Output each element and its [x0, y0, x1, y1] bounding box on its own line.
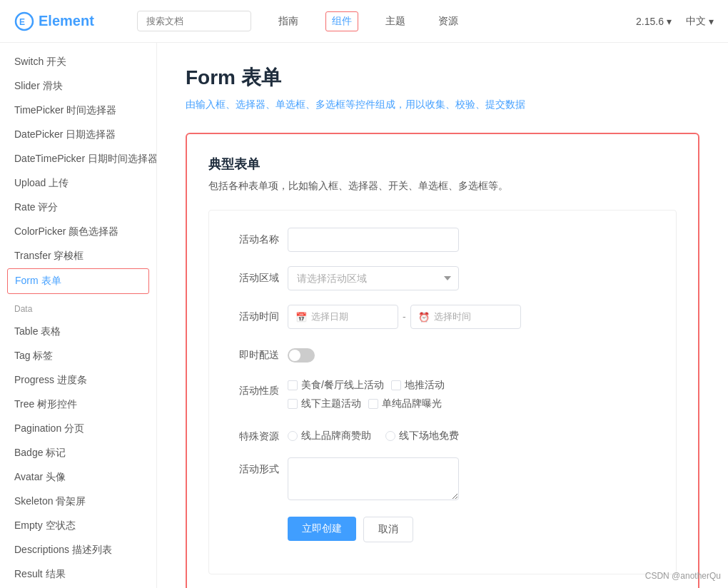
radio-label-2: 线下场地免费	[399, 430, 459, 442]
form-row-activity-form: 活动形式	[231, 457, 654, 502]
checkbox-item-2[interactable]: 地推活动	[391, 379, 445, 392]
cancel-button[interactable]: 取消	[363, 517, 413, 542]
sidebar-item-transfer[interactable]: Transfer 穿梭框	[0, 244, 156, 268]
sidebar-item-pagination[interactable]: Pagination 分页	[0, 417, 156, 441]
radio-item-2[interactable]: 线下场地免费	[385, 430, 459, 442]
form-row-immediate-delivery: 即时配送	[231, 343, 654, 365]
checkbox-group: 美食/餐厅线上活动 地推活动	[288, 379, 654, 392]
submit-button[interactable]: 立即创建	[288, 517, 356, 541]
activity-zone-select[interactable]: 请选择活动区域	[288, 266, 459, 290]
sidebar-item-avatar[interactable]: Avatar 头像	[0, 465, 156, 490]
sidebar-item-empty[interactable]: Empty 空状态	[0, 514, 156, 538]
activity-form-textarea[interactable]	[288, 457, 459, 500]
page-description: 由输入框、选择器、单选框、多选框等控件组成，用以收集、校验、提交数据	[186, 98, 699, 111]
date-separator: -	[403, 311, 406, 323]
nav-resources[interactable]: 资源	[433, 12, 464, 31]
checkbox-item-3[interactable]: 线下主题活动	[288, 397, 361, 410]
form-row-activity-zone: 活动区域 请选择活动区域	[231, 266, 654, 290]
time-placeholder: 选择时间	[434, 310, 471, 323]
sidebar-item-timepicker[interactable]: TimePicker 时间选择器	[0, 98, 156, 123]
activity-form-control	[288, 457, 654, 502]
logo[interactable]: E Element	[14, 11, 94, 31]
form-row-special-resources: 特殊资源 线上品牌商赞助 线下场地免费	[231, 425, 654, 443]
top-nav: E Element 指南 组件 主题 资源 2.15.6 ▾ 中文 ▾	[0, 0, 728, 43]
sidebar-item-badge[interactable]: Badge 标记	[0, 441, 156, 465]
activity-type-control: 美食/餐厅线上活动 地推活动 线下主题活动	[288, 379, 654, 410]
activity-time-control: 📅 选择日期 - ⏰ 选择时间	[288, 305, 654, 329]
immediate-delivery-toggle[interactable]	[288, 348, 315, 363]
sidebar-group-data: Data	[0, 298, 156, 320]
checkbox-item-1[interactable]: 美食/餐厅线上活动	[288, 379, 384, 392]
search-input[interactable]	[137, 11, 251, 31]
checkbox-box-2	[391, 380, 401, 390]
form-row-buttons: 立即创建 取消	[231, 517, 654, 542]
activity-name-label: 活动名称	[231, 228, 288, 246]
checkbox-box-1	[288, 380, 298, 390]
sidebar-item-datepicker[interactable]: DatePicker 日期选择器	[0, 123, 156, 147]
form-row-activity-name: 活动名称	[231, 228, 654, 252]
chevron-down-icon-lang: ▾	[709, 16, 714, 27]
sidebar: Switch 开关 Slider 滑块 TimePicker 时间选择器 Dat…	[0, 43, 157, 588]
special-resources-control: 线上品牌商赞助 线下场地免费	[288, 425, 654, 442]
sidebar-item-tag[interactable]: Tag 标签	[0, 344, 156, 368]
language-text: 中文	[686, 15, 706, 28]
date-picker[interactable]: 📅 选择日期	[288, 305, 398, 329]
sidebar-item-switch[interactable]: Switch 开关	[0, 50, 156, 74]
activity-time-label: 活动时间	[231, 305, 288, 323]
nav-theme[interactable]: 主题	[380, 12, 411, 31]
nav-right: 2.15.6 ▾ 中文 ▾	[636, 15, 714, 28]
immediate-delivery-control	[288, 343, 654, 365]
sidebar-item-rate[interactable]: Rate 评分	[0, 196, 156, 220]
activity-name-control	[288, 228, 654, 252]
form-row-activity-time: 活动时间 📅 选择日期 - ⏰ 选择时间	[231, 305, 654, 329]
checkbox-label-4: 单纯品牌曝光	[382, 397, 442, 410]
checkbox-item-4[interactable]: 单纯品牌曝光	[368, 397, 442, 410]
sidebar-item-skeleton[interactable]: Skeleton 骨架屏	[0, 490, 156, 514]
activity-type-label: 活动性质	[231, 379, 288, 397]
radio-group: 线上品牌商赞助 线下场地免费	[288, 430, 654, 442]
sidebar-item-slider[interactable]: Slider 滑块	[0, 74, 156, 98]
checkbox-group-2: 线下主题活动 单纯品牌曝光	[288, 397, 654, 410]
layout: Switch 开关 Slider 滑块 TimePicker 时间选择器 Dat…	[0, 43, 728, 588]
chevron-down-icon: ▾	[667, 16, 672, 27]
demo-box: 典型表单 包括各种表单项，比如输入框、选择器、开关、单选框、多选框等。 活动名称…	[186, 133, 699, 588]
sidebar-item-form[interactable]: Form 表单	[7, 268, 149, 294]
checkbox-label-3: 线下主题活动	[301, 397, 361, 410]
sidebar-item-descriptions[interactable]: Descriptions 描述列表	[0, 538, 156, 562]
activity-form-label: 活动形式	[231, 457, 288, 476]
main-content: Form 表单 由输入框、选择器、单选框、多选框等控件组成，用以收集、校验、提交…	[157, 43, 728, 588]
version-text: 2.15.6	[636, 16, 664, 27]
checkbox-label-1: 美食/餐厅线上活动	[301, 379, 384, 392]
activity-name-input[interactable]	[288, 228, 459, 252]
sidebar-item-result[interactable]: Result 结果	[0, 562, 156, 587]
checkbox-label-2: 地推活动	[405, 379, 445, 392]
demo-subtitle: 包括各种表单项，比如输入框、选择器、开关、单选框、多选框等。	[208, 180, 677, 193]
nav-links: 指南 组件 主题 资源	[273, 11, 464, 31]
radio-label-1: 线上品牌商赞助	[301, 430, 371, 442]
sidebar-item-upload[interactable]: Upload 上传	[0, 171, 156, 196]
nav-components[interactable]: 组件	[325, 11, 358, 31]
activity-zone-label: 活动区域	[231, 266, 288, 285]
checkbox-box-3	[288, 399, 298, 409]
radio-circle-1	[288, 431, 298, 441]
version-selector[interactable]: 2.15.6 ▾	[636, 16, 672, 27]
watermark: CSDN @anotherQu	[645, 571, 721, 581]
sidebar-item-colorpicker[interactable]: ColorPicker 颜色选择器	[0, 220, 156, 244]
form-inner: 活动名称 活动区域 请选择活动区域 活动时间	[208, 210, 677, 574]
sidebar-item-datetimepicker[interactable]: DateTimePicker 日期时间选择器	[0, 147, 156, 171]
immediate-delivery-label: 即时配送	[231, 343, 288, 362]
language-selector[interactable]: 中文 ▾	[686, 15, 714, 28]
checkbox-box-4	[368, 399, 378, 409]
logo-text: Element	[39, 13, 94, 29]
radio-item-1[interactable]: 线上品牌商赞助	[288, 430, 371, 442]
clock-icon: ⏰	[418, 312, 430, 323]
radio-circle-2	[385, 431, 395, 441]
calendar-icon: 📅	[295, 312, 307, 323]
sidebar-item-table[interactable]: Table 表格	[0, 320, 156, 344]
time-picker[interactable]: ⏰ 选择时间	[410, 305, 521, 329]
sidebar-item-tree[interactable]: Tree 树形控件	[0, 392, 156, 417]
sidebar-item-progress[interactable]: Progress 进度条	[0, 368, 156, 392]
svg-text:E: E	[19, 17, 25, 27]
form-row-activity-type: 活动性质 美食/餐厅线上活动 地推活动	[231, 379, 654, 410]
nav-guide[interactable]: 指南	[273, 12, 304, 31]
